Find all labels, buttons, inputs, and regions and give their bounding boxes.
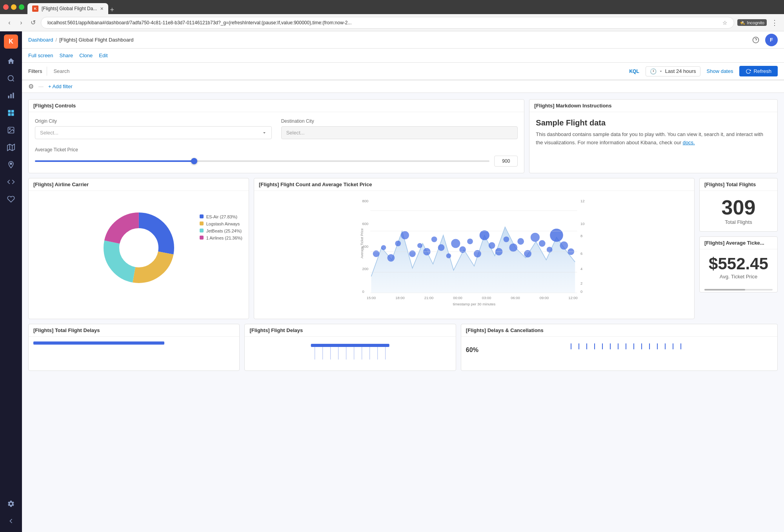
metric-scrollbar-thumb[interactable] [704, 289, 745, 291]
svg-point-36 [381, 245, 386, 250]
origin-city-dropdown[interactable]: Select... [35, 126, 272, 139]
chrome-menu-btn[interactable]: ⋮ [770, 18, 779, 27]
back-btn[interactable]: ‹ [5, 18, 14, 27]
svg-point-35 [373, 251, 380, 257]
svg-text:15:00: 15:00 [367, 296, 376, 300]
ticket-price-group: Average Ticket Price 900 [35, 147, 518, 167]
flight-delays-panel: [Flights] Flight Delays [244, 324, 456, 371]
incognito-icon: 🕵 [740, 20, 745, 25]
sidebar-item-canvas[interactable] [3, 122, 19, 138]
legend-item-airlines: 1 Airlines (21.36%) [200, 236, 242, 240]
avg-ticket-label: Average Ticket Price [35, 147, 518, 153]
show-dates-btn[interactable]: Show dates [707, 68, 733, 74]
svg-text:0: 0 [580, 289, 582, 294]
svg-point-37 [387, 254, 395, 261]
sidebar-item-dashboard[interactable] [3, 105, 19, 121]
legend-color-esair [200, 214, 204, 218]
add-filter-bar: ⚙ — + Add filter [22, 80, 784, 93]
sidebar-item-home[interactable] [3, 53, 19, 69]
filters-label: Filters [28, 68, 42, 74]
svg-point-46 [451, 239, 460, 248]
top-row: [Flights] Controls Origin City Select... [28, 99, 778, 173]
right-metrics: [Flights] Total Flights 309 Total Flight… [699, 178, 778, 319]
flight-delays-content [245, 337, 455, 368]
sidebar-item-visualize[interactable] [3, 88, 19, 103]
refresh-btn[interactable]: Refresh [739, 66, 778, 76]
sidebar-item-settings[interactable] [3, 496, 19, 512]
origin-city-label: Origin City [35, 118, 272, 124]
markdown-docs-link[interactable]: docs. [683, 140, 695, 145]
total-flights-header: [Flights] Total Flights [700, 178, 777, 191]
url-bar[interactable]: localhost:5601/app/kibana#/dashboard/7ad… [41, 17, 734, 29]
svg-point-55 [517, 238, 524, 245]
window-min-btn[interactable] [11, 4, 16, 10]
filter-settings-icon[interactable]: ⚙ [28, 83, 34, 90]
svg-text:09:00: 09:00 [540, 296, 549, 300]
bottom-row: [Flights] Total Flight Delays [Flights] … [28, 324, 778, 371]
flight-delays-chart [249, 340, 451, 363]
controls-content: Origin City Select... Destination City S… [29, 112, 524, 173]
svg-rect-6 [11, 110, 14, 113]
markdown-panel: [Flights] Markdown Instructions Sample F… [529, 99, 778, 173]
sidebar-item-maps[interactable] [3, 140, 19, 155]
total-delays-panel: [Flights] Total Flight Delays [28, 324, 240, 371]
help-btn[interactable] [749, 34, 762, 46]
svg-text:6: 6 [580, 251, 582, 256]
svg-text:600: 600 [362, 222, 368, 226]
kql-badge[interactable]: KQL [629, 69, 639, 74]
sidebar-item-discover[interactable] [3, 71, 19, 86]
action-bar: Full screen Share Clone Edit [22, 49, 784, 63]
svg-point-44 [438, 244, 445, 251]
tab-bar: K [Flights] Global Flight Da... ✕ + [27, 0, 781, 14]
incognito-label: Incognito [747, 20, 764, 25]
legend-color-jetbeats [200, 229, 204, 232]
avg-ticket-content: $552.45 Avg. Ticket Price [700, 249, 777, 286]
active-tab[interactable]: K [Flights] Global Flight Da... ✕ [27, 3, 108, 14]
browser-chrome: K [Flights] Global Flight Da... ✕ + [0, 0, 784, 14]
tab-favicon: K [32, 5, 38, 12]
svg-point-50 [480, 230, 489, 240]
time-picker[interactable]: 🕐 Last 24 hours [646, 66, 700, 76]
full-screen-btn[interactable]: Full screen [28, 53, 53, 58]
forward-btn[interactable]: › [16, 18, 26, 27]
svg-point-53 [504, 236, 509, 242]
airline-panel-header: [Flights] Airline Carrier [29, 178, 249, 191]
slider-container: 900 [35, 156, 518, 167]
refresh-icon [746, 69, 751, 74]
svg-rect-4 [13, 93, 14, 98]
sidebar-item-collapse[interactable] [3, 513, 19, 529]
destination-city-dropdown[interactable]: Select... [281, 126, 518, 139]
markdown-body: This dashboard contains sample data for … [536, 131, 763, 145]
flight-count-chart: 800 600 400 200 0 Average Ticket Price 1… [259, 194, 689, 309]
bookmark-icon[interactable]: ☆ [722, 20, 728, 26]
tab-close-btn[interactable]: ✕ [100, 6, 104, 11]
sidebar-item-devtools[interactable] [3, 174, 19, 190]
window-close-btn[interactable] [3, 4, 9, 10]
share-btn[interactable]: Share [60, 53, 73, 58]
new-tab-btn[interactable]: + [110, 6, 114, 14]
reload-btn[interactable]: ↺ [28, 18, 38, 27]
breadcrumb-dashboard-link[interactable]: Dashboard [28, 37, 53, 43]
edit-btn[interactable]: Edit [99, 53, 107, 58]
delays-cancellations-panel: [Flights] Delays & Cancellations 60% [461, 324, 778, 371]
user-avatar[interactable]: F [765, 34, 778, 46]
svg-point-58 [539, 240, 546, 247]
address-bar: ‹ › ↺ localhost:5601/app/kibana#/dashboa… [0, 14, 784, 31]
svg-text:800: 800 [362, 199, 368, 203]
legend-label-jetbeats: JetBeats (25.24%) [206, 229, 242, 233]
svg-point-39 [401, 231, 409, 240]
clone-btn[interactable]: Clone [79, 53, 93, 58]
window-max-btn[interactable] [19, 4, 24, 10]
slider-thumb[interactable] [191, 158, 197, 164]
total-delays-header: [Flights] Total Flight Delays [29, 324, 239, 337]
add-filter-btn[interactable]: + Add filter [48, 84, 73, 89]
svg-rect-8 [11, 113, 14, 116]
destination-city-label: Destination City [281, 118, 518, 124]
sidebar-item-ml[interactable] [3, 157, 19, 172]
svg-point-38 [395, 241, 401, 247]
app-container: K [0, 31, 784, 532]
breadcrumb: Dashboard / [Flights] Global Flight Dash… [28, 37, 745, 43]
search-input[interactable] [50, 67, 122, 76]
sidebar-item-monitoring[interactable] [3, 191, 19, 207]
slider-max-value[interactable]: 900 [494, 156, 518, 167]
